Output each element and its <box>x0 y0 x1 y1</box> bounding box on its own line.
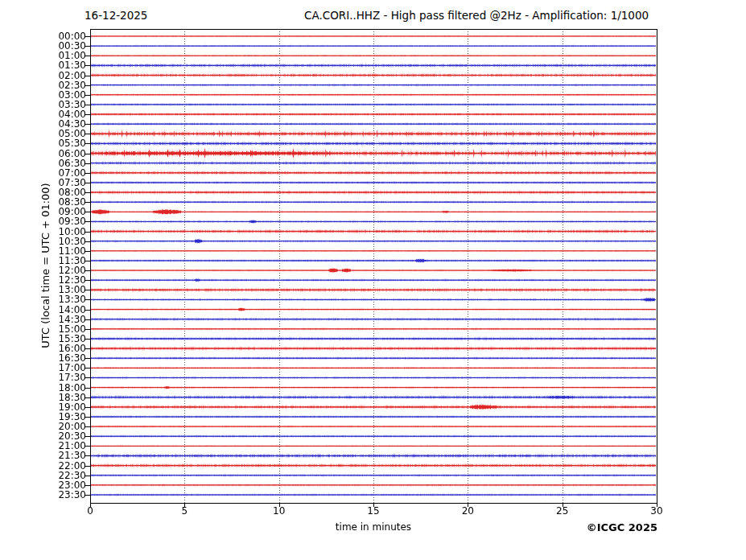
y-axis-label: 22:00 <box>48 461 86 471</box>
x-axis-title: time in minutes <box>317 521 430 533</box>
y-axis-label: 07:00 <box>48 168 86 178</box>
y-axis-label: 02:30 <box>48 80 86 90</box>
copyright-label: ©ICGC 2025 <box>585 521 657 533</box>
y-axis-label: 13:30 <box>48 294 86 304</box>
x-axis-label: 25 <box>546 506 579 517</box>
y-axis-label: 09:30 <box>48 216 86 226</box>
y-axis-label: 01:30 <box>48 60 86 70</box>
y-axis-label: 06:00 <box>48 149 86 159</box>
y-axis-label: 14:30 <box>48 315 86 324</box>
y-axis-label: 10:30 <box>48 237 86 246</box>
y-axis-label: 23:30 <box>48 490 86 500</box>
x-axis-label: 30 <box>641 506 673 517</box>
y-axis-label: 11:00 <box>48 246 86 256</box>
x-axis-label: 5 <box>168 506 200 517</box>
y-axis-label: 05:30 <box>48 138 86 148</box>
y-axis-label: 22:30 <box>48 471 86 480</box>
y-axis-label: 03:00 <box>48 90 86 100</box>
y-axis-label: 18:30 <box>48 393 86 402</box>
y-axis-label: 17:30 <box>48 373 86 382</box>
x-axis-label: 15 <box>357 506 389 517</box>
y-axis-label: 02:00 <box>48 71 86 80</box>
x-axis-label: 10 <box>263 506 295 517</box>
helicorder-plot-canvas <box>0 0 746 560</box>
y-axis-label: 06:30 <box>48 159 86 168</box>
y-axis-label: 14:00 <box>48 305 86 315</box>
y-axis-title: UTC (local time = UTC + 01:00) <box>39 183 52 348</box>
x-axis-label: 0 <box>74 506 106 517</box>
y-axis-label: 18:00 <box>48 383 86 393</box>
helicorder-page: { "header": { "date": "16-12-2025", "tit… <box>0 0 746 560</box>
x-axis-label: 20 <box>451 506 484 517</box>
y-axis-label: 10:00 <box>48 227 86 237</box>
y-axis-label: 21:30 <box>48 451 86 460</box>
